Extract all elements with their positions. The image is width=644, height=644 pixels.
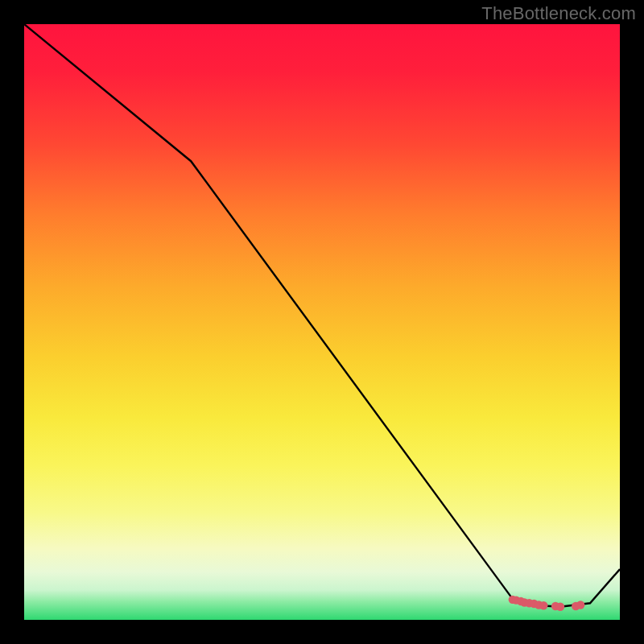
series-curve: [24, 24, 620, 607]
marker-dot: [539, 601, 547, 609]
marker-dot: [556, 603, 564, 611]
chart-frame: TheBottleneck.com: [0, 0, 644, 644]
plot-area: [24, 24, 620, 620]
watermark-text: TheBottleneck.com: [481, 3, 636, 24]
marker-dot: [576, 601, 584, 609]
marker-cluster: [509, 596, 585, 611]
plot-svg: [24, 24, 620, 620]
